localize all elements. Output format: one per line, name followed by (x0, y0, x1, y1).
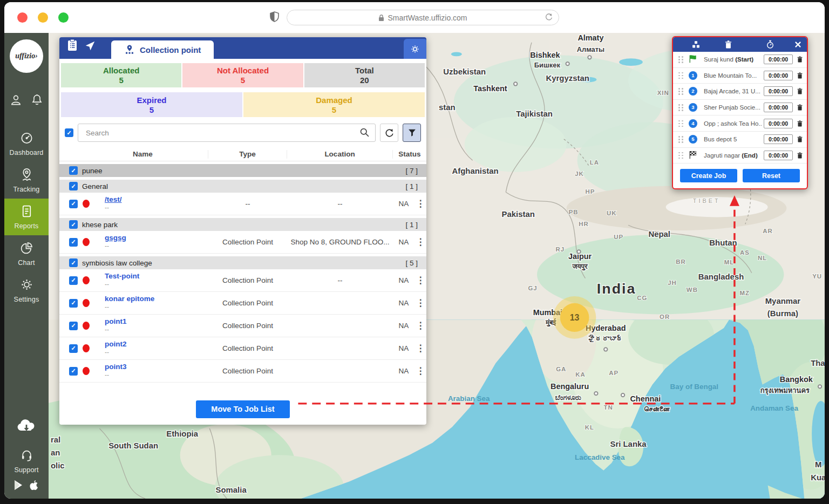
table-row[interactable]: ✓ Test-point -- Test-point Collection Po… (59, 269, 426, 292)
table-row[interactable]: ✓ konar epitome -- konar epitome Collect… (59, 292, 426, 315)
table-row[interactable]: ✓ point2 -- point2 Collection Point (59, 337, 426, 360)
row-menu-icon[interactable]: ⋮ (414, 298, 426, 308)
delete-stop-icon[interactable] (797, 56, 803, 63)
table-row[interactable]: ✓ khese park khese park [ 1 ] (59, 218, 426, 231)
notifications-bell-icon[interactable] (30, 93, 44, 109)
delete-stop-icon[interactable] (797, 135, 803, 143)
delete-stop-icon[interactable] (797, 87, 803, 95)
duration-input[interactable]: 0:00:00 (764, 55, 793, 64)
row-checkbox[interactable]: ✓ (69, 322, 78, 330)
delete-stop-icon[interactable] (797, 120, 803, 127)
tab-collection-point[interactable]: Collection point (111, 40, 214, 59)
row-checkbox[interactable]: ✓ (69, 344, 78, 353)
table-row[interactable]: ✓ punee punee [ 7 ] (59, 164, 426, 177)
table-row[interactable]: ✓ point1 -- point1 Collection Point (59, 315, 426, 337)
drag-handle[interactable] (678, 135, 683, 143)
job-row[interactable]: Jagruti nagar (End) 0:00:00 (673, 148, 807, 164)
drag-handle[interactable] (678, 87, 683, 95)
clear-all-trash-icon[interactable] (724, 40, 732, 49)
url-bar[interactable]: SmartWaste.uffizio.com (287, 10, 559, 25)
sidebar-item-reports[interactable]: Reports (4, 199, 49, 235)
row-checkbox[interactable]: ✓ (69, 299, 78, 308)
select-all-checkbox[interactable]: ✓ (65, 128, 73, 137)
col-name[interactable]: Name (78, 150, 208, 159)
row-menu-icon[interactable]: ⋮ (414, 199, 426, 208)
job-row[interactable]: Suraj kund (Start) 0:00:00 (673, 52, 807, 68)
panel-header: Collection point (59, 37, 426, 59)
move-to-job-list-button[interactable]: Move To Job List (196, 400, 290, 418)
row-menu-icon[interactable]: ⋮ (414, 321, 426, 330)
table-row[interactable]: ✓ General General [ 1 ] (59, 180, 426, 193)
job-row[interactable]: 4 Opp ; ashok Tea Ho.. 0:00:00 (673, 115, 807, 132)
panel-settings-button[interactable] (404, 39, 426, 59)
point-name-link[interactable]: Test-point (105, 271, 208, 281)
row-menu-icon[interactable]: ⋮ (414, 344, 426, 353)
row-checkbox[interactable]: ✓ (69, 367, 78, 376)
col-type[interactable]: Type (208, 150, 287, 159)
search-icon[interactable] (359, 127, 370, 140)
drag-handle[interactable] (678, 56, 683, 63)
row-checkbox[interactable]: ✓ (69, 166, 78, 175)
cloud-download-icon[interactable] (16, 418, 37, 436)
point-name-link[interactable]: point2 (105, 339, 208, 349)
table-row[interactable]: ✓ gsgsg -- gsgsg Collection Point Shop N… (59, 231, 426, 254)
job-row[interactable]: 5 Bus depot 5 0:00:00 (673, 132, 807, 148)
apple-icon[interactable] (29, 479, 39, 493)
table-row[interactable]: ✓ /test/ -- /test/ -- -- NA (59, 193, 426, 215)
row-menu-icon[interactable]: ⋮ (414, 237, 426, 247)
col-location[interactable]: Location (287, 150, 393, 159)
map-cluster-marker[interactable]: 13 (553, 296, 596, 339)
drag-handle[interactable] (678, 72, 683, 79)
sidebar-item-settings[interactable]: Settings (4, 272, 49, 309)
row-checkbox[interactable]: ✓ (69, 258, 78, 267)
duration-input[interactable]: 0:00:00 (764, 134, 793, 144)
delete-stop-icon[interactable] (797, 152, 803, 159)
point-name-link[interactable]: point1 (105, 317, 208, 326)
row-checkbox[interactable]: ✓ (69, 200, 78, 208)
route-order-icon[interactable] (691, 40, 701, 49)
send-navigation-icon[interactable] (84, 40, 96, 54)
timer-icon[interactable] (766, 40, 774, 49)
sidebar-item-tracking[interactable]: Tracking (4, 162, 49, 199)
duration-input[interactable]: 0:00:00 (764, 86, 793, 96)
list-clipboard-icon[interactable] (67, 39, 78, 54)
row-checkbox[interactable]: ✓ (69, 220, 78, 229)
filter-button[interactable] (403, 124, 421, 142)
row-checkbox[interactable]: ✓ (69, 182, 78, 190)
table-row[interactable]: ✓ point3 -- point3 Collection Point (59, 360, 426, 383)
shield-icon[interactable] (270, 11, 279, 24)
point-name-link[interactable]: point3 (105, 362, 208, 372)
duration-input[interactable]: 0:00:00 (764, 71, 793, 80)
reload-icon[interactable] (545, 13, 553, 23)
search-input[interactable] (78, 124, 376, 142)
row-checkbox[interactable]: ✓ (69, 238, 78, 247)
job-row[interactable]: 1 Blue Mountain To... 0:00:00 (673, 68, 807, 84)
drag-handle[interactable] (678, 120, 683, 127)
point-name-link[interactable]: gsgsg (105, 233, 208, 243)
job-row[interactable]: 2 Bajaj Arcade, 31 U... 0:00:00 (673, 84, 807, 100)
row-checkbox[interactable]: ✓ (69, 276, 78, 285)
refresh-button[interactable] (380, 124, 398, 142)
job-row[interactable]: 3 Sher Punjab Socie... 0:00:00 (673, 100, 807, 116)
sidebar-item-chart[interactable]: Chart (4, 235, 49, 272)
drag-handle[interactable] (678, 104, 683, 111)
play-store-icon[interactable] (13, 480, 23, 493)
delete-stop-icon[interactable] (797, 104, 803, 111)
table-row[interactable]: ✓ symbiosis law college symbiosis law co… (59, 256, 426, 269)
point-name-link[interactable]: /test/ (105, 195, 208, 205)
duration-input[interactable]: 0:00:00 (764, 103, 793, 112)
close-icon[interactable] (794, 41, 801, 48)
col-status[interactable]: Status (393, 150, 426, 159)
drag-handle[interactable] (678, 152, 683, 159)
sidebar-item-support[interactable]: Support (4, 448, 49, 474)
reset-button[interactable]: Reset (743, 169, 800, 182)
user-icon[interactable] (9, 93, 23, 109)
sidebar-item-dashboard[interactable]: Dashboard (4, 125, 49, 162)
point-name-link[interactable]: konar epitome (105, 294, 208, 304)
create-job-button[interactable]: Create Job (680, 169, 737, 182)
delete-stop-icon[interactable] (797, 72, 803, 79)
row-menu-icon[interactable]: ⋮ (414, 276, 426, 285)
duration-input[interactable]: 0:00:00 (764, 151, 793, 160)
duration-input[interactable]: 0:00:00 (764, 119, 793, 128)
row-menu-icon[interactable]: ⋮ (414, 366, 426, 376)
